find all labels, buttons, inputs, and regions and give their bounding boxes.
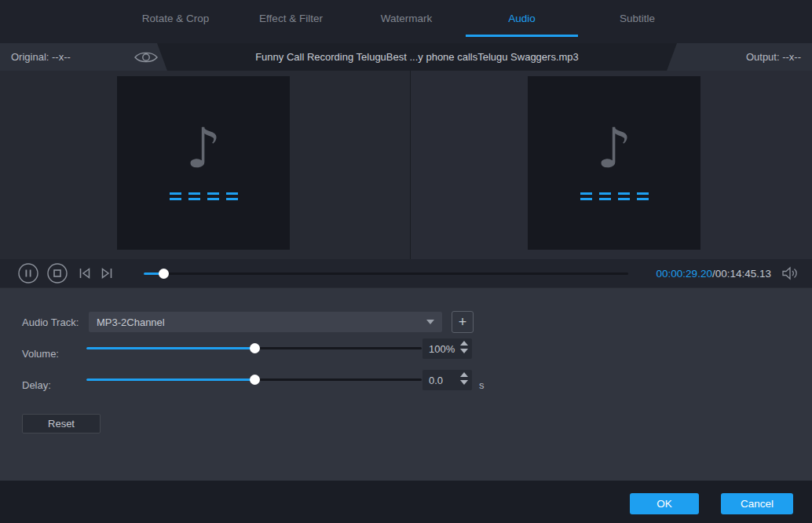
top-tab-bar: Rotate & Crop Effect & Filter Watermark … (0, 0, 812, 43)
seek-thumb[interactable] (159, 269, 169, 279)
file-name: Funny Call Recording TeluguBest ...y pho… (255, 51, 579, 63)
spin-up-icon[interactable] (460, 341, 468, 346)
audio-controls-panel: Audio Track: MP3-2Channel + Volume: 100%… (0, 287, 812, 481)
current-time: 00:00:29.20 (657, 268, 712, 280)
spin-up-icon[interactable] (460, 372, 468, 377)
spin-down-icon[interactable] (460, 380, 468, 385)
spin-down-icon[interactable] (460, 349, 468, 353)
tab-label: Effect & Filter (259, 13, 323, 24)
stop-button[interactable] (46, 262, 68, 284)
previous-frame-button[interactable] (75, 262, 94, 284)
tab-label: Watermark (381, 13, 433, 24)
delay-spin-arrows (460, 372, 468, 385)
active-tab-underline (466, 35, 578, 37)
audio-settings-window: Rotate & Crop Effect & Filter Watermark … (0, 0, 812, 523)
equalizer-dashes-icon (528, 192, 700, 200)
audio-track-label: Audio Track: (22, 316, 79, 328)
music-note-icon: ♪ (117, 109, 290, 188)
output-resolution-label: Output: --x-- (746, 43, 801, 71)
volume-label: Volume: (22, 348, 59, 360)
volume-thumb[interactable] (250, 343, 260, 353)
tab-label: Subtitle (620, 13, 655, 24)
add-audio-track-button[interactable]: + (452, 311, 474, 333)
cancel-button[interactable]: Cancel (721, 493, 793, 514)
ok-button[interactable]: OK (630, 493, 699, 514)
audio-track-value: MP3-2Channel (97, 316, 426, 328)
tab-label: Rotate & Crop (142, 13, 210, 24)
delay-unit-label: s (479, 379, 485, 391)
footer-bar: OK Cancel (0, 481, 812, 523)
player-bar: 00:00:29.20/00:14:45.13 (0, 259, 812, 287)
seek-track[interactable] (144, 272, 628, 275)
tab-effect-filter[interactable]: Effect & Filter (233, 0, 349, 37)
reset-button[interactable]: Reset (22, 414, 101, 433)
file-title-tab: Funny Call Recording TeluguBest ...y pho… (157, 43, 677, 71)
pause-button[interactable] (17, 262, 39, 284)
tab-row: Rotate & Crop Effect & Filter Watermark … (118, 0, 695, 37)
audio-track-dropdown[interactable]: MP3-2Channel (89, 312, 442, 332)
chevron-down-icon (426, 320, 434, 324)
delay-label: Delay: (22, 379, 51, 391)
seek-slider[interactable] (144, 269, 628, 279)
volume-spin-arrows (460, 341, 468, 353)
original-resolution-label: Original: --x-- (11, 43, 71, 71)
preview-eye-icon[interactable] (134, 50, 159, 64)
speaker-icon[interactable] (781, 266, 799, 280)
tab-rotate-crop[interactable]: Rotate & Crop (118, 0, 233, 37)
total-time: 00:14:45.13 (715, 268, 771, 280)
volume-slider[interactable] (86, 343, 422, 353)
next-frame-button[interactable] (97, 262, 116, 284)
preview-area: ♪ ♪ (0, 71, 812, 259)
tab-subtitle[interactable]: Subtitle (580, 0, 695, 37)
output-media-box: ♪ (528, 76, 700, 250)
tab-label: Audio (508, 13, 536, 24)
preview-header-strip: Funny Call Recording TeluguBest ...y pho… (0, 43, 812, 71)
tab-audio[interactable]: Audio (464, 0, 580, 37)
delay-thumb[interactable] (250, 375, 260, 385)
volume-value: 100% (429, 338, 455, 359)
delay-value: 0.0 (429, 370, 443, 390)
volume-fill (86, 347, 254, 349)
delay-spinbox[interactable]: 0.0 (422, 370, 472, 390)
volume-spinbox[interactable]: 100% (422, 338, 472, 359)
output-preview-pane: ♪ (411, 71, 812, 259)
delay-slider[interactable] (86, 375, 422, 385)
music-note-icon: ♪ (528, 109, 700, 188)
original-media-box: ♪ (117, 76, 290, 250)
tab-watermark[interactable]: Watermark (349, 0, 464, 37)
original-preview-pane: ♪ (0, 71, 410, 259)
equalizer-dashes-icon (117, 192, 290, 200)
time-display: 00:00:29.20/00:14:45.13 (657, 259, 771, 287)
delay-fill (86, 379, 254, 381)
